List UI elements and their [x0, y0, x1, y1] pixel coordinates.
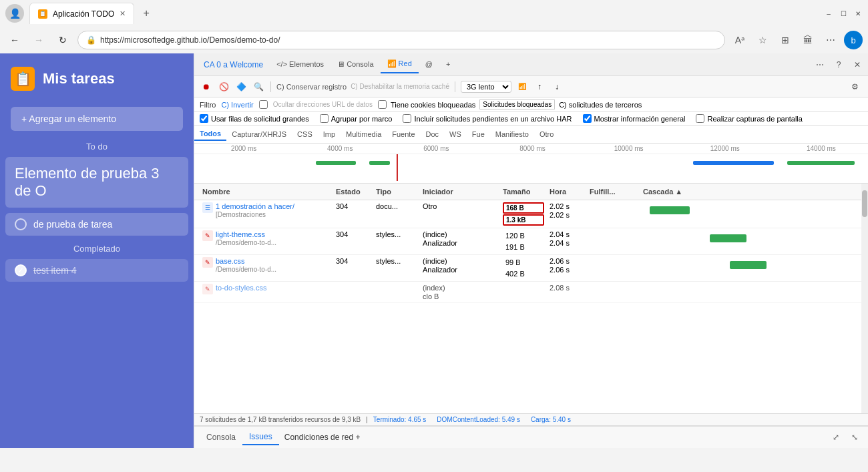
back-button[interactable]: ← — [5, 31, 24, 49]
todo-checkbox-1[interactable] — [15, 218, 27, 230]
tick-2000: 2000 ms — [194, 145, 290, 152]
type-media[interactable]: Multimedia — [341, 128, 387, 140]
tab-close-button[interactable]: ✕ — [120, 9, 126, 18]
row3-cascade-bar — [730, 261, 767, 269]
tab-at[interactable]: @ — [419, 56, 439, 73]
row1-file[interactable]: 1 demostración a hacer/ — [216, 202, 294, 210]
collections-button[interactable]: ⊞ — [776, 31, 795, 49]
row3-size-1: 99 B — [503, 257, 544, 268]
search-button[interactable]: 🔍 — [252, 80, 265, 93]
invert-filter[interactable]: C) Invertir — [221, 101, 253, 109]
type-all[interactable]: Todos — [194, 128, 226, 141]
address-bar[interactable]: 🔒 https://microsoftedge.github.io/Demos/… — [77, 31, 725, 49]
row2-init-2: Analizador — [423, 239, 497, 247]
todo-item-large[interactable]: Elemento de prueba 3 de O — [5, 157, 188, 208]
tab-plus[interactable]: + — [439, 56, 457, 73]
third-party-label: C) solicitudes de terceros — [559, 101, 642, 109]
large-rows-checkbox[interactable] — [200, 114, 208, 123]
import-button[interactable]: ↑ — [533, 80, 546, 93]
todo-item-large-text: Elemento de prueba 3 de O — [15, 165, 179, 200]
vertical-scrollbar[interactable] — [861, 184, 868, 413]
favorites-button[interactable]: ☆ — [753, 31, 772, 49]
network-conditions-button[interactable]: 📶 — [515, 80, 529, 93]
row1-size-1: 168 B — [503, 202, 544, 214]
table-row[interactable]: ✎ to-do-styles.css (index) clo B 2.08 s — [194, 282, 861, 303]
col-cascade[interactable]: Cascada ▲ — [640, 186, 856, 197]
maximize-button[interactable]: ☐ — [839, 9, 848, 18]
status-terminated: Terminado: 4.65 s — [373, 416, 427, 423]
overview-label[interactable]: Mostrar información general — [583, 114, 686, 123]
browser-chrome: 👤 📋 Aplicación TODO ✕ + – ☐ ✕ ← → ↻ 🔒 ht… — [0, 0, 868, 53]
type-fue[interactable]: Fue — [467, 128, 490, 140]
table-row[interactable]: ✎ light-theme.css /Demos/demo-to-d... 30… — [194, 228, 861, 255]
undock-button[interactable]: ⤢ — [828, 429, 844, 445]
devtools-close-button[interactable]: ✕ — [849, 57, 865, 73]
type-font[interactable]: Fuente — [387, 128, 420, 140]
new-tab-button[interactable]: + — [137, 4, 156, 23]
more-tools-button[interactable]: ⋯ — [821, 31, 840, 49]
issues-tab[interactable]: Issues — [242, 429, 279, 445]
cookies-blocked-label: Tiene cookies bloqueadas — [391, 101, 475, 109]
profile-icon[interactable]: 👤 — [5, 4, 24, 23]
minimize-button[interactable]: – — [824, 9, 833, 18]
group-by-frame-label[interactable]: Agrupar por marco — [320, 114, 393, 123]
type-doc[interactable]: Doc — [421, 128, 445, 140]
hide-urls-checkbox[interactable] — [259, 100, 268, 109]
scrollbar-thumb[interactable] — [862, 190, 867, 217]
refresh-button[interactable]: ↻ — [53, 31, 72, 49]
tab-elements[interactable]: </> Elementos — [270, 56, 331, 73]
type-css[interactable]: CSS — [292, 128, 318, 140]
row2-file[interactable]: light-theme.css — [216, 230, 276, 238]
filter-label: Filtro — [200, 101, 216, 109]
row2-initiator: (índice) Analizador — [420, 229, 500, 248]
read-aloud-button[interactable]: Aᵃ — [730, 31, 749, 49]
type-xhr[interactable]: Capturar/XHRJS — [226, 128, 292, 140]
row4-time: 2.08 s — [547, 282, 587, 293]
throttle-select[interactable]: 3G lento Sin límite — [461, 81, 511, 93]
row4-file[interactable]: to-do-styles.css — [216, 284, 266, 292]
type-manifest[interactable]: Manifiesto — [490, 128, 534, 140]
add-item-button[interactable]: + Agregar un elemento — [11, 107, 183, 131]
row1-size: 168 B 1.3 kB — [500, 201, 547, 227]
gear-icon[interactable]: ⚙ — [847, 79, 863, 95]
close-window-button[interactable]: ✕ — [853, 9, 863, 18]
cookies-blocked-checkbox[interactable] — [378, 100, 387, 109]
bing-button[interactable]: b — [844, 31, 863, 49]
group-by-frame-checkbox[interactable] — [320, 114, 329, 123]
tick-10000: 10000 ms — [580, 145, 676, 152]
completed-item-1[interactable]: ✓ test item 4 — [5, 259, 188, 282]
screenshots-label[interactable]: Realizar capturas de pantalla — [696, 114, 802, 123]
devtools-more-button[interactable]: ⋯ — [812, 57, 828, 73]
type-other[interactable]: Otro — [534, 128, 559, 140]
blocked-requests-button[interactable]: Solicitudes bloqueadas — [479, 99, 555, 109]
pending-checkbox[interactable] — [403, 114, 411, 123]
table-row[interactable]: ☰ 1 demostración a hacer/ [Demostracione… — [194, 200, 861, 228]
stop-button[interactable]: 🚫 — [217, 80, 230, 93]
pending-label[interactable]: Incluir solicitudes pendientes en un arc… — [403, 114, 572, 123]
todo-item-1[interactable]: de prueba de tarea — [5, 213, 188, 236]
tab-console[interactable]: 🖥 Consola — [331, 56, 380, 73]
downloads-button[interactable]: 🏛 — [799, 31, 817, 49]
row3-init-1: (índice) — [423, 257, 497, 265]
todo-item-1-text: de prueba de tarea — [33, 219, 112, 230]
console-tab[interactable]: Consola — [200, 430, 242, 445]
main-area: 📋 Mis tareas + Agregar un elemento To do… — [0, 53, 868, 448]
settings-btn[interactable]: ⚙ — [847, 79, 863, 95]
type-ws[interactable]: WS — [444, 128, 467, 140]
large-rows-label[interactable]: Usar filas de solicitud grandes — [200, 114, 309, 123]
completed-checkbox-1[interactable]: ✓ — [15, 264, 27, 276]
conditions-button[interactable]: Condiciones de red + — [284, 433, 361, 442]
dock-button[interactable]: ⤡ — [847, 429, 863, 445]
row3-file[interactable]: base.css — [216, 257, 276, 265]
active-tab[interactable]: 📋 Aplicación TODO ✕ — [29, 3, 134, 24]
clear-button[interactable]: 🔷 — [234, 80, 248, 93]
export-button[interactable]: ↓ — [550, 80, 564, 93]
devtools-help-button[interactable]: ? — [831, 57, 847, 73]
screenshots-checkbox[interactable] — [696, 114, 704, 123]
record-button[interactable]: ⏺ — [200, 80, 213, 93]
overview-checkbox[interactable] — [583, 114, 592, 123]
tab-network[interactable]: 📶 Red — [381, 55, 419, 73]
table-row[interactable]: ✎ base.css /Demos/demo-to-d... 304 style… — [194, 255, 861, 282]
forward-button[interactable]: → — [29, 31, 48, 49]
type-img[interactable]: Imp — [318, 128, 341, 140]
